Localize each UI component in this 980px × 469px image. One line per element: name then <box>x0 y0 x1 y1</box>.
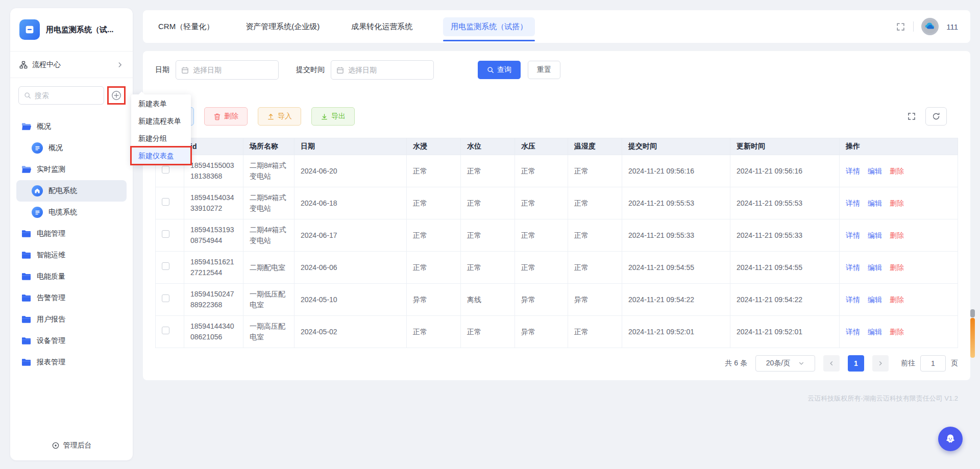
delete-link[interactable]: 删除 <box>890 199 904 207</box>
cell-update-time: 2024-11-21 09:54:22 <box>730 284 840 316</box>
sidebar-item-power-distribution[interactable]: 配电系统 <box>16 180 127 202</box>
menu-item-new-form[interactable]: 新建表单 <box>131 95 191 112</box>
cell-date: 2024-06-06 <box>295 252 407 284</box>
date-picker-input[interactable] <box>193 66 273 74</box>
scrollbar-cap[interactable] <box>970 309 975 317</box>
row-checkbox[interactable] <box>162 262 169 270</box>
table-row: 1859415319308754944 二期4#箱式变电站 2024-06-17… <box>156 219 958 252</box>
tab-achievement-system[interactable]: 成果转化运营系统 <box>350 17 413 36</box>
query-button[interactable]: 查询 <box>478 61 521 79</box>
edit-link[interactable]: 编辑 <box>868 199 882 207</box>
chevron-left-icon <box>828 360 835 366</box>
row-checkbox[interactable] <box>162 166 169 174</box>
search-icon <box>487 66 494 73</box>
refresh-button[interactable] <box>925 107 947 126</box>
delete-link[interactable]: 删除 <box>890 328 904 336</box>
delete-link[interactable]: 删除 <box>890 263 904 271</box>
detail-link[interactable]: 详情 <box>846 328 860 336</box>
process-center-label: 流程中心 <box>32 60 61 69</box>
customer-service-button[interactable] <box>938 427 963 451</box>
reset-button[interactable]: 重置 <box>528 61 560 79</box>
row-checkbox[interactable] <box>162 198 169 206</box>
cell-update-time: 2024-11-21 09:52:01 <box>730 316 840 348</box>
prev-page-button[interactable] <box>823 355 840 372</box>
sidebar-item-label: 电缆系统 <box>48 208 77 217</box>
column-header-humidity: 温湿度 <box>568 138 622 155</box>
menu-item-new-process-form[interactable]: 新建流程表单 <box>131 112 191 130</box>
menu-item-new-dashboard[interactable]: 新建仪表盘 <box>131 147 191 164</box>
date-picker[interactable] <box>176 60 279 80</box>
add-menu-button[interactable] <box>110 89 123 102</box>
scrollbar-thumb[interactable] <box>970 318 975 358</box>
cell-id: 1859415162127212544 <box>184 252 243 284</box>
delete-link[interactable]: 删除 <box>890 231 904 239</box>
table-header-row: id 场所名称 日期 水浸 水位 水压 温湿度 提交时间 更新时间 操作 <box>156 138 958 155</box>
cell-id: 1859415024788922368 <box>184 284 243 316</box>
sidebar-item-power-quality[interactable]: 电能质量 <box>16 266 127 287</box>
tab-crm[interactable]: CRM（轻量化） <box>157 17 215 36</box>
table-fullscreen-icon[interactable] <box>907 112 916 121</box>
sidebar-item-smart-ops[interactable]: 智能运维 <box>16 244 127 266</box>
sidebar-item-label: 用户报告 <box>37 315 65 324</box>
sidebar-search-box[interactable] <box>18 86 104 105</box>
edit-link[interactable]: 编辑 <box>868 167 882 175</box>
edit-link[interactable]: 编辑 <box>868 231 882 239</box>
process-center-item[interactable]: 流程中心 <box>10 52 133 78</box>
cell-level: 正常 <box>461 219 515 252</box>
sidebar-item-device-mgmt[interactable]: 设备管理 <box>16 330 127 352</box>
sidebar-item-energy-mgmt[interactable]: 电能管理 <box>16 223 127 244</box>
sidebar-item-label: 实时监测 <box>37 165 65 174</box>
sidebar-item-user-report[interactable]: 用户报告 <box>16 309 127 330</box>
submit-time-picker[interactable] <box>331 60 434 80</box>
menu-item-new-group[interactable]: 新建分组 <box>131 130 191 147</box>
detail-link[interactable]: 详情 <box>846 295 860 304</box>
avatar[interactable] <box>921 18 939 35</box>
detail-link[interactable]: 详情 <box>846 199 860 207</box>
edit-link[interactable]: 编辑 <box>868 295 882 304</box>
sidebar-item-alarm-mgmt[interactable]: 告警管理 <box>16 287 127 309</box>
list-circle-icon <box>32 142 43 154</box>
export-button[interactable]: 导出 <box>311 107 355 126</box>
delete-link[interactable]: 删除 <box>890 167 904 175</box>
sidebar-item-cable-system[interactable]: 电缆系统 <box>16 202 127 223</box>
cell-id: 1859414434008621056 <box>184 316 243 348</box>
cell-submit-time: 2024-11-21 09:55:33 <box>622 219 730 252</box>
edit-link[interactable]: 编辑 <box>868 263 882 271</box>
calendar-icon <box>181 66 189 74</box>
page-size-select[interactable]: 20条/页 <box>755 355 815 372</box>
sidebar-item-label: 配电系统 <box>48 186 77 195</box>
delete-button[interactable]: 删除 <box>204 107 248 126</box>
sidebar-item-realtime-group[interactable]: 实时监测 <box>16 159 127 180</box>
cell-flood: 正常 <box>407 219 461 252</box>
toolbar-right <box>907 107 947 126</box>
cell-place: 二期配电室 <box>243 252 295 284</box>
goto-page-input[interactable] <box>920 355 946 372</box>
next-page-button[interactable] <box>872 355 889 372</box>
cell-submit-time: 2024-11-21 09:54:55 <box>622 252 730 284</box>
row-checkbox[interactable] <box>162 230 169 238</box>
row-checkbox[interactable] <box>162 327 169 334</box>
delete-link[interactable]: 删除 <box>890 295 904 304</box>
search-input[interactable] <box>35 91 99 100</box>
import-button[interactable]: 导入 <box>258 107 301 126</box>
sidebar-item-overview-group[interactable]: 概况 <box>16 116 127 137</box>
sidebar-item-overview[interactable]: 概况 <box>16 137 127 159</box>
folder-icon <box>21 358 31 366</box>
edit-link[interactable]: 编辑 <box>868 328 882 336</box>
cell-update-time: 2024-11-21 09:56:16 <box>730 155 840 187</box>
page-size-value: 20条/页 <box>766 359 790 368</box>
detail-link[interactable]: 详情 <box>846 231 860 239</box>
sidebar-item-report-mgmt[interactable]: 报表管理 <box>16 352 127 373</box>
fullscreen-icon[interactable] <box>896 22 905 32</box>
cell-pressure: 正常 <box>515 219 568 252</box>
admin-backend-link[interactable]: 管理后台 <box>10 441 133 450</box>
tab-power-monitor[interactable]: 用电监测系统（试搭） <box>443 17 535 36</box>
row-checkbox[interactable] <box>162 294 169 302</box>
submit-time-picker-input[interactable] <box>348 66 428 74</box>
detail-link[interactable]: 详情 <box>846 263 860 271</box>
user-name[interactable]: 111 <box>946 22 958 31</box>
detail-link[interactable]: 详情 <box>846 167 860 175</box>
page-1-button[interactable]: 1 <box>848 355 864 372</box>
cell-update-time: 2024-11-21 09:54:55 <box>730 252 840 284</box>
tab-asset-system[interactable]: 资产管理系统(企业级) <box>244 17 321 36</box>
